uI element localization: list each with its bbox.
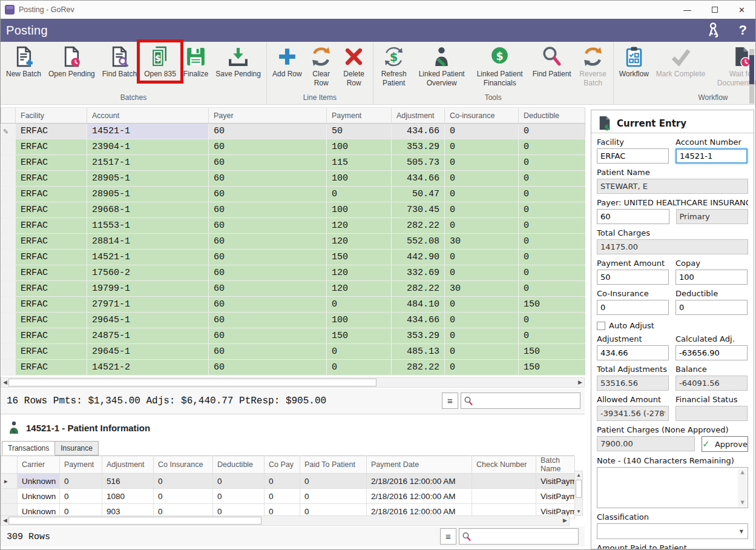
column-header-adjustment[interactable]: Adjustment bbox=[392, 108, 445, 124]
facility-field[interactable] bbox=[597, 148, 669, 164]
cell-account[interactable]: 29645-1 bbox=[87, 344, 209, 360]
close-button[interactable]: ✕ bbox=[728, 1, 755, 19]
cell-deductible[interactable]: 0 bbox=[519, 139, 585, 155]
cell-adjustment[interactable]: 434.66 bbox=[392, 124, 445, 139]
cell-deductible[interactable]: 0 bbox=[519, 124, 585, 139]
linked-patient-overview-button[interactable]: Linked Patient Overview bbox=[413, 43, 471, 89]
classification-dropdown[interactable]: ▼ bbox=[597, 523, 748, 539]
cell-account[interactable]: 29668-1 bbox=[87, 202, 209, 218]
cell-deductible[interactable]: 0 bbox=[519, 328, 585, 344]
grid-row[interactable]: ERFAC17560-260120332.6900 bbox=[1, 265, 585, 281]
cell-deductible[interactable]: 0 bbox=[519, 265, 585, 281]
cell-paidtopatient[interactable]: 0 bbox=[300, 489, 367, 504]
cell-payment[interactable]: 120 bbox=[327, 234, 392, 250]
cell-facility[interactable]: ERFAC bbox=[16, 313, 87, 328]
cell-coinsurance[interactable]: 0 bbox=[445, 360, 519, 376]
cell-facility[interactable]: ERFAC bbox=[16, 124, 87, 139]
cell-coinsurance[interactable]: 0 bbox=[154, 474, 213, 489]
scroll-right-icon[interactable]: ▶ bbox=[576, 378, 584, 387]
cell-coinsurance[interactable]: 0 bbox=[445, 265, 519, 281]
column-header-deductible[interactable]: Deductible bbox=[519, 108, 585, 124]
cell-coinsurance[interactable]: 0 bbox=[445, 328, 519, 344]
cell-payer[interactable]: 60 bbox=[209, 155, 327, 171]
column-header-paid-to-patient[interactable]: Paid To Patient bbox=[300, 456, 367, 474]
transactions-hscrollbar[interactable]: ◀ ▶ bbox=[1, 515, 570, 526]
cell-account[interactable]: 21517-1 bbox=[87, 155, 209, 171]
cell-paymentdate[interactable]: 2/18/2016 12:00:00 AM bbox=[367, 489, 472, 504]
note-scrollbar[interactable]: ▲ ▼ bbox=[738, 468, 747, 507]
column-header-adjustment[interactable]: Adjustment bbox=[102, 456, 154, 474]
cell-payer[interactable]: 60 bbox=[209, 171, 327, 187]
cell-adjustment[interactable]: 434.66 bbox=[392, 313, 445, 328]
finalize-button[interactable]: Finalize bbox=[180, 43, 212, 80]
cell-payment[interactable]: 0 bbox=[60, 474, 102, 489]
scroll-down-icon[interactable]: ▼ bbox=[575, 508, 582, 515]
account-number-field[interactable] bbox=[675, 148, 748, 164]
cell-coinsurance[interactable]: 0 bbox=[445, 139, 519, 155]
cell-coinsurance[interactable]: 30 bbox=[445, 234, 519, 250]
cell-coinsurance[interactable]: 0 bbox=[445, 250, 519, 265]
cell-payment[interactable]: 0 bbox=[327, 297, 392, 313]
cell-deductible[interactable]: 0 bbox=[519, 313, 585, 328]
grid-row[interactable]: ERFAC23904-160100353.2900 bbox=[1, 139, 585, 155]
cell-payment[interactable]: 0 bbox=[327, 187, 392, 202]
column-header-payment-date[interactable]: Payment Date bbox=[367, 456, 472, 474]
grid-row[interactable]: ERFAC28905-160100434.6600 bbox=[1, 171, 585, 187]
grid-row[interactable]: ERFAC29645-1600485.130150 bbox=[1, 344, 585, 360]
clear-row-button[interactable]: Clear Row bbox=[306, 43, 337, 89]
cell-facility[interactable]: ERFAC bbox=[16, 328, 87, 344]
column-header-payment[interactable]: Payment bbox=[327, 108, 392, 124]
grid-menu-button[interactable]: ≡ bbox=[440, 528, 456, 545]
column-header-payment[interactable]: Payment bbox=[60, 456, 102, 474]
cell-account[interactable]: 28905-1 bbox=[87, 187, 209, 202]
cell-account[interactable]: 19799-1 bbox=[87, 281, 209, 297]
cell-payer[interactable]: 60 bbox=[209, 124, 327, 139]
cell-coinsurance[interactable]: 0 bbox=[445, 218, 519, 234]
approve-button[interactable]: ✓ Approve bbox=[702, 436, 748, 452]
cell-payment[interactable]: 120 bbox=[327, 218, 392, 234]
reverse-batch-button[interactable]: Reverse Batch bbox=[575, 43, 611, 89]
grid-row[interactable]: ERFAC28814-160120552.08300 bbox=[1, 234, 585, 250]
cell-payer[interactable]: 60 bbox=[209, 297, 327, 313]
cell-facility[interactable]: ERFAC bbox=[16, 139, 87, 155]
tab-insurance[interactable]: Insurance bbox=[54, 441, 99, 456]
cell-payment[interactable]: 100 bbox=[327, 202, 392, 218]
mark-complete-button[interactable]: Mark Complete bbox=[652, 43, 709, 80]
grid-row[interactable]: ✎ERFAC14521-16050434.6600 bbox=[1, 124, 585, 139]
grid-row[interactable]: ERFAC19799-160120282.22300 bbox=[1, 281, 585, 297]
maximize-button[interactable] bbox=[701, 1, 728, 19]
cell-batchname[interactable]: VisitPaym bbox=[536, 489, 575, 504]
cell-coinsurance[interactable]: 0 bbox=[445, 297, 519, 313]
cell-adjustment[interactable]: 516 bbox=[102, 474, 154, 489]
cell-facility[interactable]: ERFAC bbox=[16, 187, 87, 202]
cell-payer[interactable]: 60 bbox=[209, 265, 327, 281]
transactions-hscroll-thumb[interactable] bbox=[8, 517, 261, 525]
cell-carrier[interactable]: Unknown bbox=[18, 474, 60, 489]
delete-row-button[interactable]: Delete Row bbox=[337, 43, 371, 89]
cell-facility[interactable]: ERFAC bbox=[16, 265, 87, 281]
cell-facility[interactable]: ERFAC bbox=[16, 281, 87, 297]
cell-account[interactable]: 27971-1 bbox=[87, 297, 209, 313]
minimize-button[interactable]: — bbox=[674, 1, 701, 19]
cell-payment[interactable]: 0 bbox=[60, 489, 102, 504]
cell-payer[interactable]: 60 bbox=[209, 202, 327, 218]
scroll-up-icon[interactable]: ▲ bbox=[738, 468, 747, 477]
cell-payer[interactable]: 60 bbox=[209, 360, 327, 376]
cell-deductible[interactable]: 0 bbox=[519, 171, 585, 187]
grid-row[interactable]: ERFAC29645-160100434.6600 bbox=[1, 313, 585, 328]
cell-coinsurance[interactable]: 0 bbox=[445, 313, 519, 328]
scroll-up-icon[interactable]: ▲ bbox=[575, 471, 582, 479]
cell-coinsurance[interactable]: 0 bbox=[445, 155, 519, 171]
cell-carrier[interactable]: Unknown bbox=[18, 489, 60, 504]
cell-copay[interactable]: 0 bbox=[265, 474, 300, 489]
cell-payer[interactable]: 60 bbox=[209, 344, 327, 360]
find-patient-button[interactable]: Find Patient bbox=[529, 43, 575, 80]
cell-deductible[interactable]: 150 bbox=[519, 297, 585, 313]
cell-coinsurance[interactable]: 0 bbox=[445, 202, 519, 218]
cell-payment[interactable]: 115 bbox=[327, 155, 392, 171]
column-header-batch-name[interactable]: Batch Name bbox=[536, 456, 575, 474]
cell-adjustment[interactable]: 552.08 bbox=[392, 234, 445, 250]
grid-row[interactable]: ERFAC11553-160120282.2200 bbox=[1, 218, 585, 234]
cell-account[interactable]: 17560-2 bbox=[87, 265, 209, 281]
grid-row[interactable]: ERFAC29668-160100730.4500 bbox=[1, 202, 585, 218]
